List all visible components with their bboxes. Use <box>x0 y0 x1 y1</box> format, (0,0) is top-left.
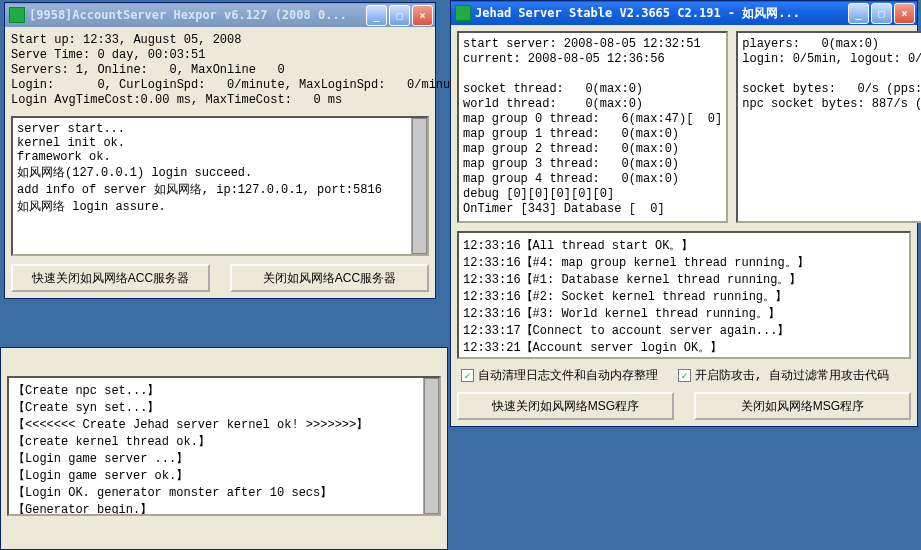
app-icon <box>9 7 25 23</box>
log-line: server start... <box>17 122 423 136</box>
window-title: [9958]AccountServer Hexpor v6.127 (2008 … <box>29 8 366 22</box>
log-box: 【Create npc set...】【Create syn set...】【<… <box>7 376 441 516</box>
log-line: kernel init ok. <box>17 136 423 150</box>
anti-attack-checkbox[interactable]: ✓ 开启防攻击, 自动过滤常用攻击代码 <box>678 367 889 384</box>
log-box: server start...kernel init ok.framework … <box>11 116 429 256</box>
log-box: 12:33:16【All thread start OK。】12:33:16【#… <box>457 231 911 359</box>
checkbox-label: 开启防攻击, 自动过滤常用攻击代码 <box>695 367 889 384</box>
checkbox-icon: ✓ <box>461 369 474 382</box>
scrollbar[interactable] <box>423 378 439 514</box>
log-line: 【Login OK. generator monster after 10 se… <box>13 484 435 501</box>
maximize-button[interactable]: □ <box>389 5 410 26</box>
window-title: Jehad Server Stable V2.3665 C2.191 - 如风网… <box>475 5 848 22</box>
log-line: 如风网络 login assure. <box>17 198 423 215</box>
scrollbar[interactable] <box>411 118 427 254</box>
minimize-button[interactable]: _ <box>848 3 869 24</box>
account-server-window: [9958]AccountServer Hexpor v6.127 (2008 … <box>4 2 436 299</box>
log-line: 【Login game server ok.】 <box>13 467 435 484</box>
close-acc-button[interactable]: 关闭如风网络ACC服务器 <box>230 264 429 292</box>
log-line: framework ok. <box>17 150 423 164</box>
quick-close-acc-button[interactable]: 快速关闭如风网络ACC服务器 <box>11 264 210 292</box>
log-line: 12:33:16【#2: Socket kernel thread runnin… <box>463 288 905 305</box>
log-line: 12:33:16【#3: World kernel thread running… <box>463 305 905 322</box>
close-button[interactable]: × <box>412 5 433 26</box>
quick-close-msg-button[interactable]: 快速关闭如风网络MSG程序 <box>457 392 674 420</box>
log-line: 12:33:16【All thread start OK。】 <box>463 237 905 254</box>
log-line: 【Create npc set...】 <box>13 382 435 399</box>
log-line: 如风网络(127.0.0.1) login succeed. <box>17 164 423 181</box>
log-line: 【Create syn set...】 <box>13 399 435 416</box>
checkbox-icon: ✓ <box>678 369 691 382</box>
log-line: 12:33:17【Connect to account server again… <box>463 322 905 339</box>
titlebar[interactable]: [9958]AccountServer Hexpor v6.127 (2008 … <box>5 3 435 27</box>
log-line: 【create kernel thread ok.】 <box>13 433 435 450</box>
jehad-server-window: Jehad Server Stable V2.3665 C2.191 - 如风网… <box>450 0 918 427</box>
checkbox-label: 自动清理日志文件和自动内存整理 <box>478 367 658 384</box>
log-line: 12:33:16【#1: Database kernel thread runn… <box>463 271 905 288</box>
server-stats-left: start server: 2008-08-05 12:32:51 curren… <box>457 31 728 223</box>
app-icon <box>455 5 471 21</box>
log-line: 【Generator begin.】 <box>13 501 435 516</box>
log-line: 【Login game server ...】 <box>13 450 435 467</box>
status-text: Start up: 12:33, August 05, 2008 Serve T… <box>11 33 429 108</box>
server-stats-right: players: 0(max:0) login: 0/5min, logout:… <box>736 31 921 223</box>
log-line: 【<<<<<<< Create Jehad server kernel ok! … <box>13 416 435 433</box>
log-line: 12:33:16【#4: map group kernel thread run… <box>463 254 905 271</box>
maximize-button[interactable]: □ <box>871 3 892 24</box>
close-button[interactable]: × <box>894 3 915 24</box>
log-line: add info of server 如风网络, ip:127.0.0.1, p… <box>17 181 423 198</box>
log-line: 12:33:21【Account server login OK。】 <box>463 339 905 356</box>
auto-cleanup-checkbox[interactable]: ✓ 自动清理日志文件和自动内存整理 <box>461 367 658 384</box>
log-line: 12:33:37【NPC server login OK.】 <box>463 356 905 359</box>
minimize-button[interactable]: _ <box>366 5 387 26</box>
titlebar[interactable]: Jehad Server Stable V2.3665 C2.191 - 如风网… <box>451 1 917 25</box>
close-msg-button[interactable]: 关闭如风网络MSG程序 <box>694 392 911 420</box>
npc-server-window: 【Create npc set...】【Create syn set...】【<… <box>0 347 448 550</box>
